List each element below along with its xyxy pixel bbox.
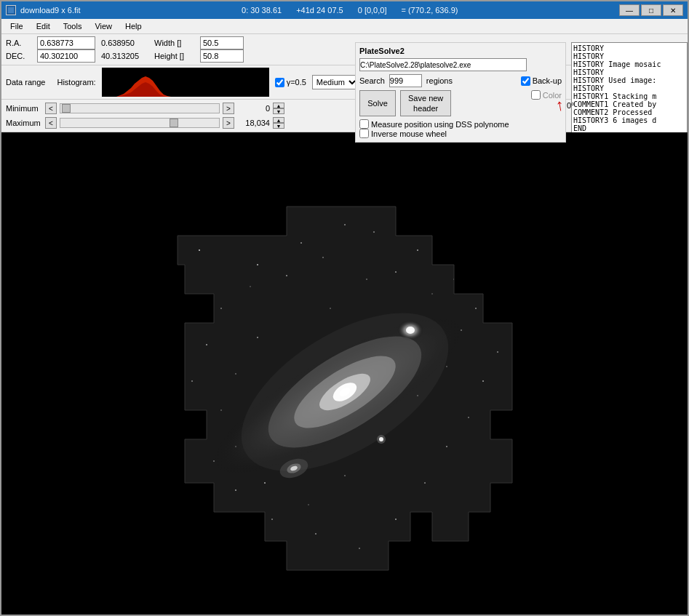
maximum-right-btn[interactable]: >	[223, 117, 234, 129]
svg-point-25	[271, 519, 273, 520]
title-bar-left: download9 x 6.fit	[6, 5, 81, 15]
dec-display: 40.313205	[101, 52, 148, 60]
menu-edit[interactable]: Edit	[31, 20, 56, 32]
minimum-left-btn[interactable]: <	[45, 103, 57, 114]
title-center: 0: 30 38.61 +41d 24 07.5 0 [0,0,0] = (77…	[242, 6, 458, 15]
solve-button[interactable]: Solve	[359, 90, 396, 116]
history-line-5: HISTORY	[573, 84, 685, 92]
color-checkbox[interactable]	[531, 90, 541, 100]
maximum-label: Maximum	[6, 119, 42, 127]
width-label: Width []	[154, 39, 194, 47]
degree-section: ↑ 0°	[556, 96, 575, 115]
svg-point-63	[377, 435, 386, 444]
main-window: download9 x 6.fit 0: 30 38.61 +41d 24 07…	[0, 0, 689, 616]
histogram-canvas	[102, 68, 269, 97]
menu-tools[interactable]: Tools	[57, 20, 88, 32]
app-icon	[6, 5, 16, 15]
menu-help[interactable]: Help	[119, 20, 148, 32]
svg-point-24	[315, 533, 316, 535]
ps-search-label: Search	[359, 76, 385, 85]
backup-checkbox[interactable]	[521, 76, 530, 86]
svg-point-10	[257, 264, 258, 265]
history-line-4: HISTORY Used image:	[573, 76, 685, 84]
galaxy-container	[1, 132, 688, 615]
ps-search-row: Search regions Back-up	[359, 74, 562, 87]
measure-checkbox[interactable]	[359, 119, 369, 129]
main-image-area[interactable]	[1, 132, 688, 615]
maximum-slider[interactable]	[60, 118, 220, 128]
svg-point-33	[286, 275, 287, 276]
height-label: Height []	[154, 52, 194, 60]
svg-point-37	[395, 271, 397, 273]
inverse-checkbox[interactable]	[359, 129, 369, 138]
gamma-checkbox[interactable]	[275, 78, 284, 87]
history-line-2: HISTORY Image mosaic	[573, 60, 685, 68]
minimum-spin-down[interactable]: ▼	[273, 108, 284, 114]
maximum-spinner: ▲ ▼	[273, 117, 284, 129]
ps-search-input[interactable]	[389, 74, 422, 87]
width-input[interactable]	[200, 36, 244, 49]
minimize-button[interactable]: —	[619, 4, 640, 16]
maximum-spin-up[interactable]: ▲	[273, 117, 284, 123]
history-line-6: HISTORY1 Stacking m	[573, 92, 685, 100]
backup-label: Back-up	[533, 76, 562, 85]
svg-point-12	[344, 224, 346, 225]
svg-point-45	[264, 482, 266, 484]
minimum-slider[interactable]	[60, 103, 220, 113]
svg-point-36	[366, 279, 367, 279]
ps-backup-row: Back-up	[521, 76, 562, 86]
svg-point-40	[446, 366, 447, 367]
menu-bar: File Edit Tools View Help	[1, 19, 688, 34]
ps-inverse-row: Inverse mouse wheel	[359, 129, 562, 138]
svg-point-44	[308, 504, 308, 505]
svg-point-47	[220, 409, 222, 411]
maximize-button[interactable]: □	[641, 4, 661, 16]
maximum-left-btn[interactable]: <	[45, 117, 57, 129]
svg-point-8	[199, 249, 200, 251]
svg-point-26	[235, 489, 236, 491]
svg-point-30	[206, 344, 207, 345]
minimum-value: 0	[237, 104, 270, 113]
ps-path-row	[359, 58, 562, 71]
save-header-button[interactable]: Save new header	[400, 90, 451, 116]
maximum-thumb[interactable]	[170, 119, 178, 127]
svg-point-58	[406, 327, 415, 334]
history-line-3: HISTORY	[573, 68, 685, 76]
svg-point-17	[497, 351, 498, 353]
svg-point-18	[482, 380, 484, 382]
minimum-thumb[interactable]	[62, 104, 71, 113]
rotate-arrow-icon: ↑	[554, 95, 565, 116]
histogram-label: Histogram:	[57, 78, 95, 87]
data-range-label: Data range	[6, 78, 45, 87]
height-input[interactable]	[200, 49, 244, 63]
maximum-spin-down[interactable]: ▼	[273, 123, 284, 129]
menu-view[interactable]: View	[89, 20, 118, 32]
dec-input[interactable]	[37, 49, 95, 63]
svg-point-19	[468, 417, 469, 418]
histogram-dropdown[interactable]: Medium Low High	[312, 75, 359, 89]
svg-point-22	[395, 519, 397, 520]
svg-point-11	[300, 242, 302, 244]
menu-file[interactable]: File	[4, 20, 29, 32]
ra-display: 0.638950	[101, 39, 148, 47]
svg-point-43	[344, 475, 346, 476]
minimum-spinner: ▲ ▼	[273, 103, 284, 114]
ps-regions-label: regions	[426, 76, 453, 85]
degree-value: 0°	[567, 101, 575, 110]
title-bar: download9 x 6.fit 0: 30 38.61 +41d 24 07…	[1, 1, 688, 19]
maximum-value: 18,034	[237, 119, 270, 127]
title-bar-buttons: — □ ✕	[619, 4, 683, 16]
ra-input[interactable]	[37, 36, 95, 49]
history-line-1: HISTORY	[573, 52, 685, 60]
ps-buttons-row: Solve Save new header Color	[359, 90, 562, 116]
ra-label: R.A.	[6, 39, 31, 47]
ps-path-input[interactable]	[359, 58, 527, 71]
gamma-checkbox-row: γ=0.5	[275, 78, 306, 87]
measure-label: Measure position using DSS polynome	[371, 120, 509, 129]
minimum-right-btn[interactable]: >	[223, 103, 234, 114]
svg-point-20	[446, 446, 447, 447]
svg-point-14	[417, 249, 418, 251]
svg-point-23	[359, 548, 360, 549]
close-button[interactable]: ✕	[663, 4, 683, 16]
minimum-spin-up[interactable]: ▲	[273, 103, 284, 108]
